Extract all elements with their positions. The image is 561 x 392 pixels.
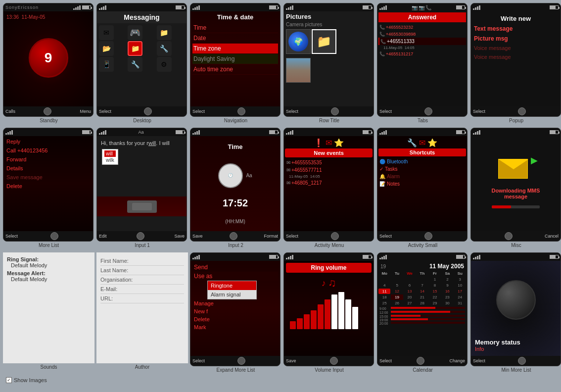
left-softkey-rt[interactable]: Select bbox=[286, 109, 298, 114]
autocomplete-popup[interactable]: will wilk bbox=[102, 149, 118, 165]
cal-cell-25[interactable]: 22 bbox=[429, 294, 441, 300]
timedate-item-auto[interactable]: Auto time zone bbox=[192, 64, 278, 75]
cal-cell-20[interactable]: 17 bbox=[454, 289, 466, 294]
cal-cell-24[interactable]: 21 bbox=[416, 294, 428, 300]
right-softkey-cal[interactable]: Change bbox=[449, 358, 465, 363]
cal-cell-18[interactable]: 15 bbox=[429, 289, 441, 294]
left-softkey-am[interactable]: Select bbox=[286, 234, 298, 239]
nav-button-i2[interactable] bbox=[230, 232, 237, 240]
cal-cell-34[interactable]: 31 bbox=[454, 300, 466, 306]
cal-cell-17[interactable]: 14 bbox=[416, 289, 428, 294]
eml-mark[interactable]: Mark bbox=[192, 323, 278, 331]
ml-forward[interactable]: Forward bbox=[5, 155, 91, 164]
cal-cell-15[interactable]: 12 bbox=[391, 289, 403, 294]
left-softkey-mml[interactable]: Select bbox=[473, 358, 485, 363]
cal-cell-23[interactable]: 20 bbox=[404, 294, 416, 300]
sc-alarm[interactable]: 🔔 Alarm bbox=[378, 173, 466, 180]
cal-cell-33[interactable]: 30 bbox=[441, 300, 453, 306]
timedate-item-time[interactable]: Time bbox=[192, 23, 278, 33]
left-softkey-cal[interactable]: Select bbox=[379, 358, 392, 363]
right-softkey-i1[interactable]: Save bbox=[174, 234, 185, 239]
thumb-road[interactable] bbox=[286, 58, 311, 83]
right-softkey-standby[interactable]: Menu bbox=[80, 109, 91, 114]
cal-cell-31[interactable]: 28 bbox=[416, 300, 428, 306]
cal-cell-16[interactable]: 13 bbox=[404, 289, 416, 294]
nav-button-am[interactable] bbox=[331, 232, 339, 240]
timedate-item-daylight[interactable]: Daylight Saving bbox=[192, 54, 278, 64]
autocomplete-option-2[interactable]: wilk bbox=[104, 157, 116, 163]
ml-call[interactable]: Call +440123456 bbox=[5, 146, 91, 155]
author-email[interactable]: E-Mail: bbox=[100, 285, 184, 294]
cal-cell-22[interactable]: 19 bbox=[391, 294, 403, 300]
menu-icon-1[interactable]: ✉ bbox=[99, 25, 114, 40]
left-softkey-eml[interactable]: Select bbox=[192, 358, 205, 363]
menu-icon-6[interactable]: 🔧 bbox=[157, 41, 172, 56]
cal-cell-26[interactable]: 23 bbox=[441, 294, 453, 300]
call-item-1[interactable]: 📞 +4655523232 bbox=[378, 24, 466, 31]
left-softkey-tabs[interactable]: Select bbox=[379, 109, 392, 114]
ml-details[interactable]: Details bbox=[5, 164, 91, 173]
left-softkey-ml[interactable]: Select bbox=[5, 234, 18, 239]
ml-reply[interactable]: Reply bbox=[5, 137, 91, 146]
left-softkey-desktop[interactable]: Select bbox=[99, 109, 111, 114]
ml-savemsg[interactable]: Save message bbox=[5, 173, 91, 182]
author-org[interactable]: Organisation: bbox=[100, 275, 184, 285]
menu-icon-4[interactable]: 📂 bbox=[99, 41, 114, 56]
left-softkey-nav[interactable]: Select bbox=[192, 109, 205, 114]
call-item-2[interactable]: 📞 +46553039898 bbox=[378, 31, 466, 38]
author-firstname[interactable]: First Name: bbox=[100, 256, 184, 266]
nav-button-rt[interactable] bbox=[331, 107, 339, 115]
nav-button-as[interactable] bbox=[424, 232, 432, 240]
call-item-3[interactable]: 📞 +465511333 bbox=[378, 38, 466, 45]
nav-button-ml[interactable] bbox=[50, 232, 58, 240]
menu-icon-9[interactable]: ⚙ bbox=[157, 57, 172, 72]
menu-icon-5[interactable]: 📁 bbox=[128, 41, 142, 56]
left-softkey-as[interactable]: Select bbox=[379, 234, 392, 239]
eml-newf[interactable]: New f bbox=[192, 307, 278, 315]
cal-cell-19[interactable]: 16 bbox=[441, 289, 453, 294]
timedate-item-date[interactable]: Date bbox=[192, 33, 278, 44]
cal-cell-21[interactable]: 18 bbox=[378, 294, 390, 300]
left-softkey-popup[interactable]: Select bbox=[473, 109, 485, 114]
left-softkey-i1[interactable]: Edit bbox=[99, 234, 107, 239]
menu-icon-7[interactable]: 📱 bbox=[99, 57, 114, 72]
autocomplete-option-1[interactable]: will bbox=[104, 150, 116, 157]
ml-delete[interactable]: Delete bbox=[5, 182, 91, 191]
write-item-text[interactable]: Text message bbox=[473, 24, 559, 34]
nav-button-i1[interactable] bbox=[137, 232, 144, 240]
nav-button-nav[interactable] bbox=[237, 107, 245, 115]
call-item-4[interactable]: 📞 +4655131217 bbox=[378, 50, 466, 57]
am-item-3[interactable]: ✉ +46805_1217 bbox=[285, 179, 373, 187]
eml-send[interactable]: Send bbox=[192, 263, 278, 272]
left-softkey-standby[interactable]: Calls bbox=[5, 109, 15, 114]
nav-button-misc[interactable] bbox=[505, 232, 513, 240]
thumb-folder[interactable]: 📁 bbox=[312, 29, 336, 54]
left-softkey-vi[interactable]: Save bbox=[286, 358, 296, 363]
cal-cell-9[interactable]: 6 bbox=[404, 283, 416, 288]
cal-cell-32[interactable]: 29 bbox=[429, 300, 441, 306]
am-item-1[interactable]: ✉ +4655553535 bbox=[285, 159, 373, 166]
cal-cell-28[interactable]: 25 bbox=[378, 300, 390, 306]
cal-cell-30[interactable]: 27 bbox=[404, 300, 416, 306]
eml-alarm[interactable]: Alarm signal bbox=[208, 290, 256, 299]
nav-button-standby[interactable] bbox=[44, 107, 51, 115]
menu-icon-2[interactable]: 🎮 bbox=[128, 25, 142, 40]
eml-useas[interactable]: Use as bbox=[192, 272, 278, 281]
am-item-2[interactable]: ✉ +4655577711 bbox=[285, 166, 373, 174]
sc-notes[interactable]: 📝 Notes bbox=[378, 180, 466, 188]
sc-bluetooth[interactable]: 🔵 Bluetooth bbox=[378, 158, 466, 165]
menu-icon-8[interactable]: 🔧 bbox=[128, 57, 142, 72]
cal-cell-11[interactable]: 8 bbox=[429, 283, 441, 288]
author-lastname[interactable]: Last Name: bbox=[100, 266, 184, 275]
thumb-globe[interactable]: 🌍 bbox=[286, 29, 311, 54]
cal-cell-29[interactable]: 26 bbox=[391, 300, 403, 306]
author-url[interactable]: URL: bbox=[100, 294, 184, 303]
nav-button-eml[interactable] bbox=[237, 357, 245, 365]
write-item-voice1[interactable]: Voice message bbox=[473, 44, 559, 52]
write-item-voice2[interactable]: Voice message bbox=[473, 52, 559, 61]
write-item-picture[interactable]: Picture msg bbox=[473, 34, 559, 44]
eml-manage[interactable]: Manage bbox=[192, 299, 278, 307]
cal-cell-today[interactable]: 11 bbox=[378, 289, 390, 294]
nav-button-desktop[interactable] bbox=[144, 107, 152, 115]
eml-delete[interactable]: Delete bbox=[192, 315, 278, 323]
